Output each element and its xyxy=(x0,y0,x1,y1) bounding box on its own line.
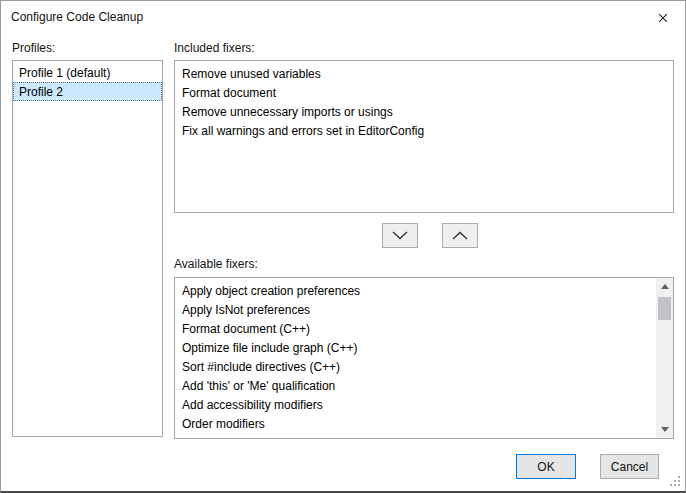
included-fixers-listbox[interactable]: Remove unused variablesFormat documentRe… xyxy=(174,60,674,213)
profiles-listbox[interactable]: Profile 1 (default)Profile 2 xyxy=(12,60,163,437)
available-fixer-item[interactable]: Optimize file include graph (C++) xyxy=(175,338,673,357)
included-fixer-item[interactable]: Fix all warnings and errors set in Edito… xyxy=(175,121,673,140)
close-icon-glyph xyxy=(657,11,669,25)
available-fixer-item[interactable]: Format document (C++) xyxy=(175,319,673,338)
ok-button[interactable]: OK xyxy=(516,454,576,479)
included-fixer-item[interactable]: Remove unnecessary imports or usings xyxy=(175,102,673,121)
available-fixer-item[interactable]: Add 'this' or 'Me' qualification xyxy=(175,376,673,395)
included-fixer-item[interactable]: Remove unused variables xyxy=(175,64,673,83)
triangle-up-icon xyxy=(661,284,669,289)
available-fixer-item[interactable]: Add accessibility modifiers xyxy=(175,395,673,414)
included-fixer-item[interactable]: Format document xyxy=(175,83,673,102)
included-fixers-label: Included fixers: xyxy=(174,41,255,55)
resize-grip[interactable] xyxy=(668,474,682,488)
available-fixer-item[interactable]: Apply object creation preferences xyxy=(175,281,673,300)
scroll-up-button[interactable] xyxy=(656,278,673,295)
available-fixer-item[interactable]: Order modifiers xyxy=(175,414,673,433)
configure-code-cleanup-dialog: Configure Code Cleanup Profiles: Include… xyxy=(0,0,686,493)
chevron-down-icon xyxy=(391,231,409,240)
close-icon[interactable] xyxy=(651,8,675,28)
move-up-button[interactable] xyxy=(442,223,478,248)
profile-list-item[interactable]: Profile 1 (default) xyxy=(13,63,162,82)
available-fixers-listbox[interactable]: Apply object creation preferencesApply I… xyxy=(174,277,674,439)
available-fixer-item[interactable]: Apply IsNot preferences xyxy=(175,300,673,319)
move-down-button[interactable] xyxy=(382,223,418,248)
profile-list-item[interactable]: Profile 2 xyxy=(13,82,162,101)
available-fixer-item[interactable]: Sort #include directives (C++) xyxy=(175,357,673,376)
scrollbar-thumb[interactable] xyxy=(658,297,671,320)
vertical-scrollbar[interactable] xyxy=(656,278,673,438)
profiles-label: Profiles: xyxy=(12,41,55,55)
chevron-up-icon xyxy=(451,231,469,240)
triangle-down-icon xyxy=(661,427,669,432)
scroll-down-button[interactable] xyxy=(656,421,673,438)
cancel-button[interactable]: Cancel xyxy=(600,454,659,479)
available-fixers-label: Available fixers: xyxy=(174,257,258,271)
dialog-title: Configure Code Cleanup xyxy=(11,10,143,24)
